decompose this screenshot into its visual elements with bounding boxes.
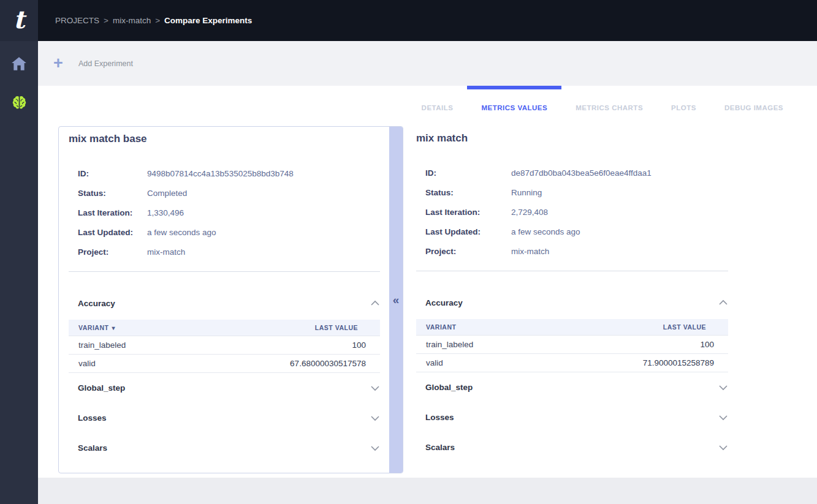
last-value-cell: 100: [352, 340, 380, 350]
sidebar: [0, 41, 38, 504]
experiment-details: ID: 9498b07814cc4a13b535025b8bd3b748 Sta…: [78, 164, 380, 261]
section-losses[interactable]: Losses: [78, 403, 380, 433]
section-label: Losses: [78, 413, 107, 423]
add-experiment-toolbar: + Add Experiment: [38, 41, 817, 86]
detail-label: Last Iteration:: [78, 208, 147, 217]
section-divider: [69, 271, 380, 272]
metrics-table-header: VARIANT LAST VALUE: [416, 319, 728, 336]
detail-value: 9498b07814cc4a13b535025b8bd3b748: [147, 169, 294, 178]
breadcrumb-separator: >: [155, 16, 160, 25]
collapse-splitter[interactable]: «: [389, 127, 403, 473]
tab-metrics-values[interactable]: METRICS VALUES: [467, 86, 561, 120]
section-accuracy[interactable]: Accuracy: [425, 295, 728, 310]
detail-label: Last Updated:: [425, 227, 511, 236]
chevron-up-icon: [370, 300, 380, 306]
detail-label: ID:: [425, 168, 511, 178]
chevron-down-icon: [370, 415, 380, 421]
tab-plots[interactable]: PLOTS: [657, 86, 710, 120]
detail-value: 1,330,496: [147, 208, 184, 217]
detail-row-status: Status: Running: [425, 182, 728, 202]
sort-descending-icon: ▾: [112, 325, 115, 331]
column-label: VARIANT: [78, 324, 108, 331]
detail-value: mix-match: [147, 247, 185, 257]
section-label: Losses: [425, 413, 454, 422]
logo-t-icon: t: [13, 7, 25, 32]
plus-icon: +: [52, 55, 64, 72]
detail-row-status: Status: Completed: [78, 183, 380, 203]
topbar-breadcrumb-area: PROJECTS > mix-match > Compare Experimen…: [38, 0, 817, 41]
add-experiment-button[interactable]: + Add Experiment: [52, 55, 133, 72]
variant-cell: train_labeled: [69, 340, 126, 350]
tab-details[interactable]: DETAILS: [408, 86, 468, 120]
variant-cell: train_labeled: [416, 340, 473, 349]
tab-debug-images[interactable]: DEBUG IMAGES: [710, 86, 797, 120]
section-scalars[interactable]: Scalars: [425, 432, 728, 462]
section-divider: [416, 271, 728, 271]
sidebar-item-projects[interactable]: [9, 92, 29, 113]
app-root: t PROJECTS > mix-match > Compare Experim…: [0, 0, 817, 504]
metrics-table: VARIANT LAST VALUE train_labeled 100 val…: [416, 319, 728, 372]
column-label: VARIANT: [426, 323, 456, 331]
home-icon: [11, 56, 27, 71]
status-value: Completed: [147, 189, 187, 198]
experiment-card-base: mix match base ID: 9498b07814cc4a13b5350…: [58, 126, 403, 473]
topbar: t PROJECTS > mix-match > Compare Experim…: [0, 0, 817, 41]
experiment-title: mix match: [416, 132, 728, 145]
chevron-down-icon: [370, 385, 380, 391]
detail-row-id: ID: de87d7db0ba043bea5e6f0eae4ffdaa1: [425, 163, 728, 182]
detail-row-last-updated: Last Updated: a few seconds ago: [78, 222, 380, 242]
column-header-variant[interactable]: VARIANT: [416, 323, 456, 331]
section-label: Accuracy: [425, 298, 463, 307]
page-background: [38, 478, 817, 504]
section-label: Scalars: [425, 443, 455, 452]
detail-label: ID:: [78, 169, 147, 178]
detail-label: Status:: [425, 188, 511, 197]
section-scalars[interactable]: Scalars: [78, 433, 380, 463]
detail-value: a few seconds ago: [511, 227, 580, 236]
section-label: Global_step: [425, 383, 473, 392]
detail-label: Last Iteration:: [425, 208, 511, 217]
chevron-down-icon: [718, 415, 728, 421]
breadcrumb-projects[interactable]: PROJECTS: [55, 16, 99, 25]
detail-row-project: Project: mix-match: [425, 241, 728, 261]
section-global-step[interactable]: Global_step: [78, 373, 380, 403]
detail-value: mix-match: [511, 247, 549, 256]
table-row: train_labeled 100: [69, 336, 380, 355]
app-logo[interactable]: t: [0, 0, 38, 41]
metrics-table: VARIANT ▾ LAST VALUE train_labeled 100 v…: [69, 320, 380, 373]
section-global-step[interactable]: Global_step: [425, 372, 728, 402]
main-area: + Add Experiment DETAILS METRICS VALUES …: [38, 41, 817, 504]
column-header-last-value: LAST VALUE: [663, 323, 728, 331]
experiment-details: ID: de87d7db0ba043bea5e6f0eae4ffdaa1 Sta…: [425, 163, 728, 261]
column-header-variant[interactable]: VARIANT ▾: [69, 324, 115, 331]
experiment-title: mix match base: [69, 132, 380, 145]
collapse-left-icon: «: [393, 294, 400, 306]
status-value: Running: [511, 188, 542, 197]
variant-cell: valid: [416, 358, 443, 367]
last-value-cell: 67.68000030517578: [290, 359, 380, 368]
breadcrumb-project-mix-match[interactable]: mix-match: [113, 16, 151, 25]
table-row: valid 67.68000030517578: [69, 355, 380, 373]
detail-label: Project:: [78, 247, 147, 257]
section-label: Scalars: [78, 443, 107, 453]
chevron-down-icon: [370, 445, 380, 451]
section-label: Accuracy: [78, 299, 115, 308]
breadcrumb: PROJECTS > mix-match > Compare Experimen…: [55, 16, 252, 25]
tab-metrics-charts[interactable]: METRICS CHARTS: [561, 86, 657, 120]
chevron-down-icon: [718, 385, 728, 391]
last-value-cell: 71.9000015258789: [643, 358, 728, 367]
detail-label: Project:: [425, 247, 511, 256]
section-accuracy[interactable]: Accuracy: [78, 295, 380, 311]
detail-value: a few seconds ago: [147, 228, 216, 237]
last-value-cell: 100: [700, 340, 728, 349]
section-losses[interactable]: Losses: [425, 402, 728, 432]
tab-bar: DETAILS METRICS VALUES METRICS CHARTS PL…: [38, 86, 817, 120]
detail-row-id: ID: 9498b07814cc4a13b535025b8bd3b748: [78, 164, 380, 183]
table-row: valid 71.9000015258789: [416, 354, 728, 372]
chevron-down-icon: [718, 445, 728, 451]
variant-cell: valid: [69, 359, 96, 368]
detail-label: Status:: [78, 189, 147, 198]
sidebar-item-home[interactable]: [9, 53, 29, 74]
chevron-up-icon: [718, 299, 728, 306]
add-experiment-label: Add Experiment: [78, 59, 133, 68]
